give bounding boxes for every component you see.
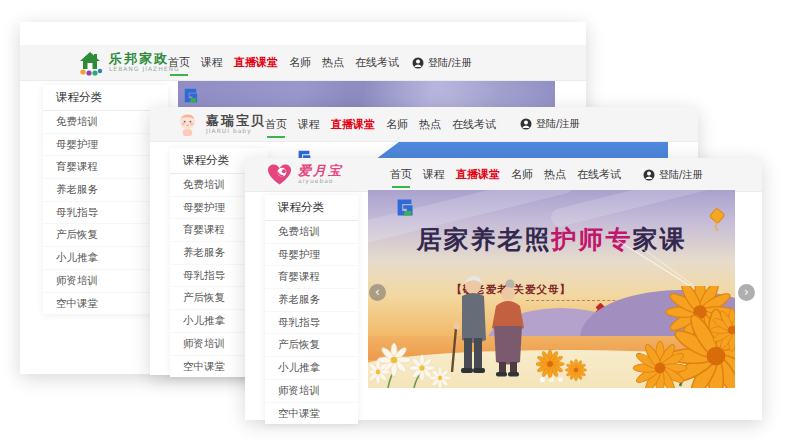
chrysanthemum-flowers — [620, 286, 735, 388]
aiyuebao-header: 爱月宝 aiyuebao 首页 课程 直播课堂 名师 热点 在线考试 登陆/注册 — [245, 158, 762, 192]
window-aiyuebao: 爱月宝 aiyuebao 首页 课程 直播课堂 名师 热点 在线考试 登陆/注册 — [245, 158, 762, 420]
carousel-dot[interactable] — [558, 377, 563, 382]
lebang-logo[interactable]: 乐邦家政 LEBANG JIAZHENG — [77, 45, 180, 80]
login-label: 登陆/注册 — [659, 168, 702, 182]
sidebar-item-elderly-service[interactable]: 养老服务 — [265, 289, 358, 312]
sidebar-item-air-classroom[interactable]: 空中课堂 — [265, 403, 358, 425]
aiyuebao-nav: 首页 课程 直播课堂 名师 热点 在线考试 — [390, 158, 621, 191]
nav-hot[interactable]: 热点 — [322, 52, 344, 73]
carousel-dots — [540, 377, 563, 382]
nav-online-exam[interactable]: 在线考试 — [577, 164, 621, 185]
jiarui-nav: 首页 课程 直播课堂 名师 热点 在线考试 — [265, 107, 496, 141]
aiyuebao-logo[interactable]: 爱月宝 aiyuebao — [267, 158, 343, 191]
sidebar-item-free-training[interactable]: 免费培训 — [265, 221, 358, 244]
sidebar-item-nursery-course[interactable]: 育婴课程 — [265, 266, 358, 289]
carousel-dot[interactable] — [540, 377, 545, 382]
nav-home[interactable]: 首页 — [168, 52, 190, 73]
nav-teachers[interactable]: 名师 — [511, 164, 533, 185]
nav-live-classroom[interactable]: 直播课堂 — [331, 114, 375, 135]
sidebar-item-lactation-guide[interactable]: 母乳指导 — [265, 312, 358, 335]
aiyuebao-sidebar: 课程分类 免费培训 母婴护理 育婴课程 养老服务 母乳指导 产后恢复 小儿推拿 … — [265, 195, 358, 424]
daisy-flowers — [370, 338, 460, 388]
user-icon — [643, 169, 655, 181]
sidebar-item-maternal-care[interactable]: 母婴护理 — [265, 244, 358, 267]
login-label: 登陆/注册 — [428, 56, 471, 70]
nav-courses[interactable]: 课程 — [423, 164, 445, 185]
jiarui-logo[interactable]: 嘉瑞宝贝 JIARUI baby — [175, 107, 266, 141]
banner-title: 居家养老照护师专家课 — [368, 223, 735, 256]
lebang-house-icon — [77, 50, 103, 76]
nav-hot[interactable]: 热点 — [544, 164, 566, 185]
nav-home[interactable]: 首页 — [265, 114, 287, 135]
carousel-next-button[interactable]: › — [738, 284, 755, 301]
nav-teachers[interactable]: 名师 — [289, 52, 311, 73]
aiyuebao-heart-icon — [267, 163, 292, 187]
sidebar-item-pediatric-massage[interactable]: 小儿推拿 — [265, 357, 358, 380]
sidebar-item-postpartum-recovery[interactable]: 产后恢复 — [265, 334, 358, 357]
nav-courses[interactable]: 课程 — [298, 114, 320, 135]
user-icon — [520, 118, 532, 130]
nav-hot[interactable]: 热点 — [419, 114, 441, 135]
nav-online-exam[interactable]: 在线考试 — [452, 114, 496, 135]
aiyuebao-logo-subtitle: aiyuebao — [298, 178, 343, 185]
desktop-canvas: 乐邦家政 LEBANG JIAZHENG 首页 课程 直播课堂 名师 热点 在线… — [0, 0, 800, 447]
nav-live-classroom[interactable]: 直播课堂 — [234, 52, 278, 73]
nav-live-classroom[interactable]: 直播课堂 — [456, 164, 500, 185]
login-label: 登陆/注册 — [536, 117, 579, 131]
aiyuebao-logo-title: 爱月宝 — [298, 164, 343, 178]
platform-g-logo-icon — [393, 196, 416, 219]
kite-icon — [704, 206, 730, 232]
jiarui-baby-icon — [175, 112, 200, 137]
lebang-login-register[interactable]: 登陆/注册 — [412, 45, 471, 80]
jiarui-logo-title: 嘉瑞宝贝 — [206, 114, 266, 128]
nav-online-exam[interactable]: 在线考试 — [355, 52, 399, 73]
platform-g-logo-icon — [181, 86, 200, 105]
aiyuebao-login-register[interactable]: 登陆/注册 — [643, 158, 702, 191]
jiarui-logo-subtitle: JIARUI baby — [206, 128, 266, 135]
aiyuebao-hero-banner[interactable]: 居家养老照护师专家课 【敬老爱老 关爱父母】 — [368, 190, 735, 388]
carousel-dot[interactable] — [549, 377, 554, 382]
carousel-prev-button[interactable]: ‹ — [369, 284, 386, 301]
jiarui-login-register[interactable]: 登陆/注册 — [520, 107, 579, 141]
sidebar-item-teacher-training[interactable]: 师资培训 — [265, 380, 358, 403]
user-icon — [412, 57, 424, 69]
jiarui-header: 嘉瑞宝贝 JIARUI baby 首页 课程 直播课堂 名师 热点 在线考试 登… — [150, 107, 698, 142]
nav-home[interactable]: 首页 — [390, 164, 412, 185]
lebang-header: 乐邦家政 LEBANG JIAZHENG 首页 课程 直播课堂 名师 热点 在线… — [20, 45, 586, 81]
nav-teachers[interactable]: 名师 — [386, 114, 408, 135]
nav-courses[interactable]: 课程 — [201, 52, 223, 73]
sidebar-title: 课程分类 — [265, 195, 358, 221]
lebang-nav: 首页 课程 直播课堂 名师 热点 在线考试 — [168, 45, 399, 80]
